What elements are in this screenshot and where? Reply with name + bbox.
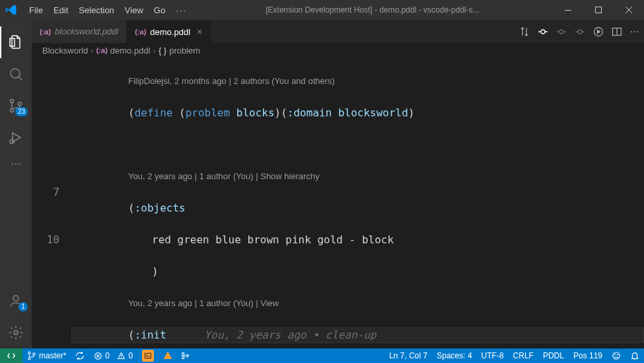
status-icon-3[interactable] [177,348,196,363]
more-actions-icon[interactable]: ··· [630,26,639,38]
breadcrumb-root[interactable]: Blocksworld [42,46,88,56]
encoding[interactable]: UTF-8 [477,348,509,363]
breadcrumb-symbol[interactable]: problem [169,46,200,56]
title-bar: File Edit Selection View Go ··· [Extensi… [0,0,644,20]
status-icon-1[interactable] [137,348,159,363]
accounts-icon[interactable]: 1 [0,285,32,317]
activity-bar: 23 ··· 1 [0,20,32,348]
chevron-right-icon: › [90,46,93,56]
chevron-right-icon: › [153,46,156,56]
tab-demo[interactable]: (:a)demo.pddl× [127,20,211,43]
close-icon[interactable]: × [197,26,202,37]
explorer-icon[interactable] [0,26,32,58]
svg-point-2 [11,69,20,78]
svg-point-7 [13,296,18,301]
line-number: 7 [32,184,59,200]
svg-point-3 [11,100,14,103]
indentation[interactable]: Spaces: 4 [432,348,476,363]
vscode-logo [5,4,17,16]
svg-point-21 [615,354,616,355]
svg-point-5 [18,102,22,106]
language-mode[interactable]: PDDL [538,348,569,363]
notifications-icon[interactable] [626,348,644,363]
cursor-position[interactable]: Ln 7, Col 7 [384,348,432,363]
pddl-file-icon: (:a) [135,28,146,36]
editor-actions: ··· [519,20,644,43]
more-icon[interactable]: ··· [0,153,32,173]
tab-label: demo.pddl [150,27,190,37]
search-icon[interactable] [0,58,32,90]
window-controls [553,0,644,20]
status-bar: master* 0 0 Ln 7, Col 7 Spaces: 4 UTF-8 … [0,348,644,363]
eol[interactable]: CRLF [509,348,538,363]
maximize-button[interactable] [583,0,614,20]
source-control-icon[interactable]: 23 [0,90,32,122]
svg-point-14 [28,352,30,354]
menu-edit[interactable]: Edit [48,3,73,18]
problems-button[interactable]: 0 0 [89,348,137,363]
run-debug-icon[interactable] [0,122,32,153]
code-lens[interactable]: You, 2 years ago | 1 author (You) | Show… [71,169,644,184]
svg-rect-0 [565,10,571,11]
compare-icon[interactable] [519,26,530,37]
scm-badge: 23 [15,107,28,116]
tab-label: blocksworld.pddl [55,26,118,36]
window-title: [Extension Development Host] - demo.pddl… [192,5,553,15]
split-editor-icon[interactable] [612,26,622,37]
blame-annotation: You, 2 years ago • clean-up [205,329,376,341]
breadcrumbs[interactable]: Blocksworld › (:a) demo.pddl › { } probl… [32,43,644,58]
menu-view[interactable]: View [120,3,149,18]
feedback-icon[interactable] [607,348,626,363]
breadcrumb-file[interactable]: demo.pddl [110,46,151,56]
code-editor[interactable]: 7 10 FilipDolejsi, 2 months ago | 2 auth… [32,58,644,348]
sync-button[interactable] [71,348,89,363]
svg-rect-1 [596,7,602,13]
accounts-badge: 1 [18,302,28,311]
code-lens[interactable]: You, 2 years ago | 1 author (You) | View [71,296,644,311]
menu-go[interactable]: Go [149,3,170,18]
tab-bar: (:a)blocksworld.pddl (:a)demo.pddl× ··· [32,20,644,43]
run-icon[interactable] [593,26,604,37]
remote-indicator[interactable] [0,348,22,363]
menu-file[interactable]: File [24,3,48,18]
commit-icon[interactable] [556,26,567,37]
close-button[interactable] [614,0,644,20]
svg-point-16 [33,353,35,355]
line-gutter: 7 10 [32,58,71,248]
editor-group: (:a)blocksworld.pddl (:a)demo.pddl× ··· … [32,20,644,348]
pddl-file-icon: (:a) [40,28,51,36]
svg-point-8 [14,331,18,335]
settings-icon[interactable] [0,317,32,348]
position[interactable]: Pos 119 [569,348,607,363]
menu-more[interactable]: ··· [170,3,192,18]
commit-current-icon[interactable] [538,26,548,37]
svg-point-15 [28,358,30,360]
line-number: 10 [32,232,59,248]
menu-selection[interactable]: Selection [73,3,119,18]
svg-point-22 [617,354,618,355]
svg-point-10 [559,30,563,34]
svg-point-4 [11,109,14,112]
status-icon-2[interactable] [159,348,177,363]
svg-point-20 [613,352,620,360]
menu-bar: File Edit Selection View Go ··· [24,3,192,18]
braces-icon: { } [159,46,166,56]
minimize-button[interactable] [553,0,583,20]
tab-blocksworld[interactable]: (:a)blocksworld.pddl [32,20,127,43]
pddl-file-icon: (:a) [96,46,108,54]
git-branch[interactable]: master* [22,348,71,363]
code-lens[interactable]: FilipDolejsi, 2 months ago | 2 authors (… [71,73,644,89]
svg-point-11 [578,30,582,34]
commit-icon-2[interactable] [575,26,585,37]
svg-point-9 [541,30,545,34]
